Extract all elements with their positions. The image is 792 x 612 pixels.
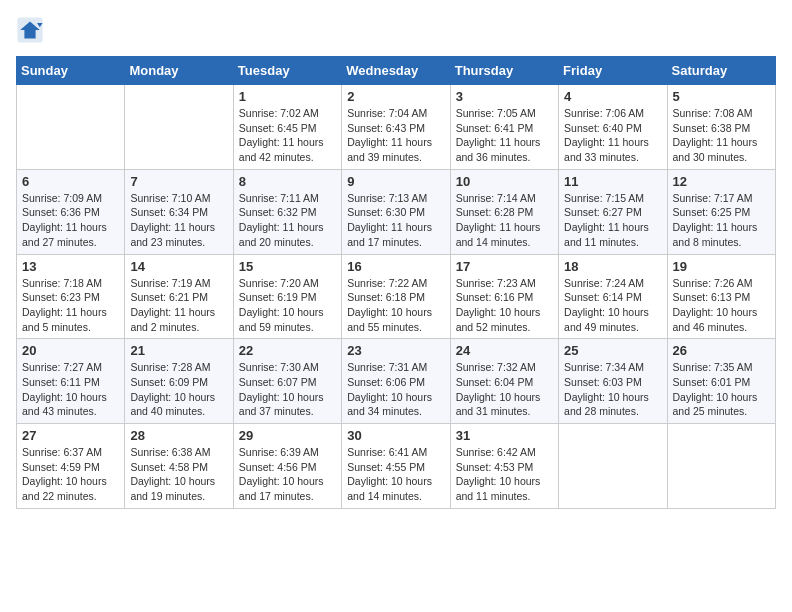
logo-icon xyxy=(16,16,44,44)
day-number: 13 xyxy=(22,259,119,274)
day-number: 1 xyxy=(239,89,336,104)
day-info: Sunrise: 7:26 AMSunset: 6:13 PMDaylight:… xyxy=(673,276,770,335)
page-header xyxy=(16,16,776,44)
day-info: Sunrise: 7:09 AMSunset: 6:36 PMDaylight:… xyxy=(22,191,119,250)
day-number: 4 xyxy=(564,89,661,104)
calendar-day-cell: 30Sunrise: 6:41 AMSunset: 4:55 PMDayligh… xyxy=(342,424,450,509)
day-info: Sunrise: 7:22 AMSunset: 6:18 PMDaylight:… xyxy=(347,276,444,335)
calendar-day-cell: 31Sunrise: 6:42 AMSunset: 4:53 PMDayligh… xyxy=(450,424,558,509)
calendar-day-cell: 12Sunrise: 7:17 AMSunset: 6:25 PMDayligh… xyxy=(667,169,775,254)
calendar-week-row: 27Sunrise: 6:37 AMSunset: 4:59 PMDayligh… xyxy=(17,424,776,509)
day-number: 29 xyxy=(239,428,336,443)
calendar-day-cell: 19Sunrise: 7:26 AMSunset: 6:13 PMDayligh… xyxy=(667,254,775,339)
day-info: Sunrise: 6:39 AMSunset: 4:56 PMDaylight:… xyxy=(239,445,336,504)
day-number: 14 xyxy=(130,259,227,274)
day-number: 16 xyxy=(347,259,444,274)
day-number: 2 xyxy=(347,89,444,104)
day-info: Sunrise: 7:30 AMSunset: 6:07 PMDaylight:… xyxy=(239,360,336,419)
calendar-day-cell: 20Sunrise: 7:27 AMSunset: 6:11 PMDayligh… xyxy=(17,339,125,424)
calendar-day-cell: 5Sunrise: 7:08 AMSunset: 6:38 PMDaylight… xyxy=(667,85,775,170)
day-number: 6 xyxy=(22,174,119,189)
day-info: Sunrise: 7:27 AMSunset: 6:11 PMDaylight:… xyxy=(22,360,119,419)
day-number: 20 xyxy=(22,343,119,358)
calendar-day-cell: 29Sunrise: 6:39 AMSunset: 4:56 PMDayligh… xyxy=(233,424,341,509)
calendar-day-cell: 24Sunrise: 7:32 AMSunset: 6:04 PMDayligh… xyxy=(450,339,558,424)
day-number: 5 xyxy=(673,89,770,104)
day-of-week-header: Monday xyxy=(125,57,233,85)
day-info: Sunrise: 6:37 AMSunset: 4:59 PMDaylight:… xyxy=(22,445,119,504)
logo xyxy=(16,16,48,44)
day-info: Sunrise: 7:23 AMSunset: 6:16 PMDaylight:… xyxy=(456,276,553,335)
day-info: Sunrise: 7:11 AMSunset: 6:32 PMDaylight:… xyxy=(239,191,336,250)
day-info: Sunrise: 6:42 AMSunset: 4:53 PMDaylight:… xyxy=(456,445,553,504)
day-number: 26 xyxy=(673,343,770,358)
day-number: 27 xyxy=(22,428,119,443)
calendar-day-cell: 22Sunrise: 7:30 AMSunset: 6:07 PMDayligh… xyxy=(233,339,341,424)
calendar-day-cell: 26Sunrise: 7:35 AMSunset: 6:01 PMDayligh… xyxy=(667,339,775,424)
day-info: Sunrise: 7:04 AMSunset: 6:43 PMDaylight:… xyxy=(347,106,444,165)
calendar-week-row: 6Sunrise: 7:09 AMSunset: 6:36 PMDaylight… xyxy=(17,169,776,254)
day-number: 8 xyxy=(239,174,336,189)
day-of-week-header: Friday xyxy=(559,57,667,85)
day-of-week-header: Sunday xyxy=(17,57,125,85)
calendar-day-cell xyxy=(125,85,233,170)
day-number: 19 xyxy=(673,259,770,274)
day-number: 3 xyxy=(456,89,553,104)
calendar-day-cell: 18Sunrise: 7:24 AMSunset: 6:14 PMDayligh… xyxy=(559,254,667,339)
day-info: Sunrise: 7:02 AMSunset: 6:45 PMDaylight:… xyxy=(239,106,336,165)
calendar-day-cell xyxy=(559,424,667,509)
day-info: Sunrise: 7:15 AMSunset: 6:27 PMDaylight:… xyxy=(564,191,661,250)
calendar-day-cell: 14Sunrise: 7:19 AMSunset: 6:21 PMDayligh… xyxy=(125,254,233,339)
calendar-day-cell: 11Sunrise: 7:15 AMSunset: 6:27 PMDayligh… xyxy=(559,169,667,254)
calendar-day-cell: 25Sunrise: 7:34 AMSunset: 6:03 PMDayligh… xyxy=(559,339,667,424)
calendar-day-cell: 15Sunrise: 7:20 AMSunset: 6:19 PMDayligh… xyxy=(233,254,341,339)
day-info: Sunrise: 7:31 AMSunset: 6:06 PMDaylight:… xyxy=(347,360,444,419)
day-info: Sunrise: 7:32 AMSunset: 6:04 PMDaylight:… xyxy=(456,360,553,419)
day-number: 31 xyxy=(456,428,553,443)
calendar-day-cell: 10Sunrise: 7:14 AMSunset: 6:28 PMDayligh… xyxy=(450,169,558,254)
calendar-day-cell: 21Sunrise: 7:28 AMSunset: 6:09 PMDayligh… xyxy=(125,339,233,424)
calendar-week-row: 20Sunrise: 7:27 AMSunset: 6:11 PMDayligh… xyxy=(17,339,776,424)
day-info: Sunrise: 7:34 AMSunset: 6:03 PMDaylight:… xyxy=(564,360,661,419)
day-number: 10 xyxy=(456,174,553,189)
day-number: 28 xyxy=(130,428,227,443)
day-number: 17 xyxy=(456,259,553,274)
day-info: Sunrise: 7:06 AMSunset: 6:40 PMDaylight:… xyxy=(564,106,661,165)
calendar-day-cell: 13Sunrise: 7:18 AMSunset: 6:23 PMDayligh… xyxy=(17,254,125,339)
calendar-day-cell: 6Sunrise: 7:09 AMSunset: 6:36 PMDaylight… xyxy=(17,169,125,254)
calendar-day-cell: 8Sunrise: 7:11 AMSunset: 6:32 PMDaylight… xyxy=(233,169,341,254)
day-info: Sunrise: 6:41 AMSunset: 4:55 PMDaylight:… xyxy=(347,445,444,504)
day-info: Sunrise: 7:28 AMSunset: 6:09 PMDaylight:… xyxy=(130,360,227,419)
calendar-day-cell: 16Sunrise: 7:22 AMSunset: 6:18 PMDayligh… xyxy=(342,254,450,339)
calendar-day-cell: 3Sunrise: 7:05 AMSunset: 6:41 PMDaylight… xyxy=(450,85,558,170)
calendar-header-row: SundayMondayTuesdayWednesdayThursdayFrid… xyxy=(17,57,776,85)
day-number: 30 xyxy=(347,428,444,443)
day-number: 22 xyxy=(239,343,336,358)
day-info: Sunrise: 7:17 AMSunset: 6:25 PMDaylight:… xyxy=(673,191,770,250)
calendar-day-cell: 4Sunrise: 7:06 AMSunset: 6:40 PMDaylight… xyxy=(559,85,667,170)
day-info: Sunrise: 7:10 AMSunset: 6:34 PMDaylight:… xyxy=(130,191,227,250)
day-number: 24 xyxy=(456,343,553,358)
calendar-day-cell: 27Sunrise: 6:37 AMSunset: 4:59 PMDayligh… xyxy=(17,424,125,509)
day-number: 21 xyxy=(130,343,227,358)
calendar-week-row: 1Sunrise: 7:02 AMSunset: 6:45 PMDaylight… xyxy=(17,85,776,170)
day-info: Sunrise: 6:38 AMSunset: 4:58 PMDaylight:… xyxy=(130,445,227,504)
calendar-day-cell xyxy=(17,85,125,170)
day-info: Sunrise: 7:08 AMSunset: 6:38 PMDaylight:… xyxy=(673,106,770,165)
day-number: 25 xyxy=(564,343,661,358)
day-info: Sunrise: 7:18 AMSunset: 6:23 PMDaylight:… xyxy=(22,276,119,335)
day-of-week-header: Saturday xyxy=(667,57,775,85)
calendar-body: 1Sunrise: 7:02 AMSunset: 6:45 PMDaylight… xyxy=(17,85,776,509)
day-of-week-header: Thursday xyxy=(450,57,558,85)
day-info: Sunrise: 7:14 AMSunset: 6:28 PMDaylight:… xyxy=(456,191,553,250)
calendar-day-cell: 2Sunrise: 7:04 AMSunset: 6:43 PMDaylight… xyxy=(342,85,450,170)
calendar-day-cell: 23Sunrise: 7:31 AMSunset: 6:06 PMDayligh… xyxy=(342,339,450,424)
calendar-day-cell: 9Sunrise: 7:13 AMSunset: 6:30 PMDaylight… xyxy=(342,169,450,254)
calendar-day-cell xyxy=(667,424,775,509)
calendar-day-cell: 7Sunrise: 7:10 AMSunset: 6:34 PMDaylight… xyxy=(125,169,233,254)
calendar-week-row: 13Sunrise: 7:18 AMSunset: 6:23 PMDayligh… xyxy=(17,254,776,339)
day-number: 9 xyxy=(347,174,444,189)
day-info: Sunrise: 7:24 AMSunset: 6:14 PMDaylight:… xyxy=(564,276,661,335)
calendar-day-cell: 28Sunrise: 6:38 AMSunset: 4:58 PMDayligh… xyxy=(125,424,233,509)
day-of-week-header: Wednesday xyxy=(342,57,450,85)
